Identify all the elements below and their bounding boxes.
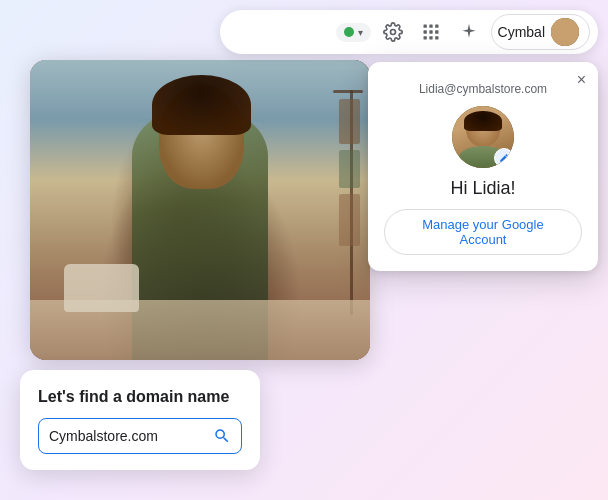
svg-rect-6 bbox=[435, 30, 438, 33]
chevron-down-icon: ▾ bbox=[358, 27, 363, 38]
svg-rect-1 bbox=[423, 25, 426, 28]
avatar-hair bbox=[464, 111, 502, 131]
svg-rect-3 bbox=[435, 25, 438, 28]
brand-label: Cymbal bbox=[498, 24, 545, 40]
domain-search-field: Cymbalstore.com bbox=[38, 418, 242, 454]
clothing-items bbox=[339, 99, 359, 249]
apps-button[interactable] bbox=[415, 16, 447, 48]
svg-rect-2 bbox=[429, 25, 432, 28]
svg-rect-9 bbox=[435, 36, 438, 39]
status-indicator[interactable]: ▾ bbox=[336, 23, 371, 42]
svg-rect-4 bbox=[423, 30, 426, 33]
photo-card bbox=[30, 60, 370, 360]
sparkle-button[interactable] bbox=[453, 16, 485, 48]
account-popup: × Lidia@cymbalstore.com Hi Lidia! Manage… bbox=[368, 62, 598, 271]
svg-rect-5 bbox=[429, 30, 432, 33]
domain-card-title: Let's find a domain name bbox=[38, 388, 242, 406]
sewing-machine bbox=[64, 264, 139, 312]
svg-rect-7 bbox=[423, 36, 426, 39]
avatar-edit-button[interactable] bbox=[494, 148, 514, 168]
edit-icon bbox=[499, 153, 509, 163]
person-hair bbox=[152, 75, 251, 135]
settings-button[interactable] bbox=[377, 16, 409, 48]
greeting-text: Hi Lidia! bbox=[450, 178, 515, 199]
rack-bar bbox=[333, 90, 364, 93]
svg-point-0 bbox=[390, 30, 395, 35]
manage-account-button[interactable]: Manage your Google Account bbox=[384, 209, 582, 255]
account-avatar bbox=[452, 106, 514, 168]
status-dot bbox=[344, 27, 354, 37]
user-avatar-small bbox=[551, 18, 579, 46]
search-icon bbox=[213, 427, 231, 445]
close-button[interactable]: × bbox=[577, 72, 586, 88]
domain-card: Let's find a domain name Cymbalstore.com bbox=[20, 370, 260, 470]
browser-bar: ▾ Cymbal bbox=[220, 10, 598, 54]
avatar-silhouette bbox=[551, 18, 579, 46]
account-email: Lidia@cymbalstore.com bbox=[419, 82, 547, 96]
sparkle-icon bbox=[459, 22, 479, 42]
gear-icon bbox=[383, 22, 403, 42]
grid-icon bbox=[421, 22, 441, 42]
svg-rect-8 bbox=[429, 36, 432, 39]
domain-search-button[interactable] bbox=[213, 427, 231, 445]
brand-chip[interactable]: Cymbal bbox=[491, 14, 590, 50]
domain-input[interactable]: Cymbalstore.com bbox=[49, 428, 205, 444]
photo-placeholder bbox=[30, 60, 370, 360]
